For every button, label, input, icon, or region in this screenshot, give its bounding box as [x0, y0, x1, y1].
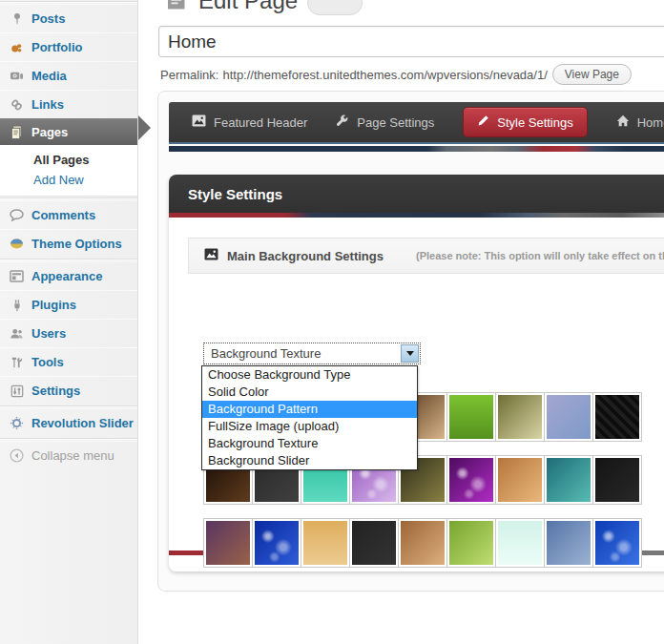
- pattern-thumbnail-image: [547, 458, 591, 502]
- settings-icon: [9, 384, 25, 399]
- pattern-thumbnail-r3-c4[interactable]: [349, 518, 399, 568]
- pattern-thumbnail-r1-c7[interactable]: [495, 392, 545, 442]
- dropdown-option-fullsize-image-upload-[interactable]: FullSize Image (upload): [202, 418, 417, 435]
- pencil-icon: [477, 114, 489, 130]
- submenu-item-add-new[interactable]: Add New: [0, 170, 137, 190]
- panel-header: Style Settings: [169, 175, 664, 213]
- background-type-select[interactable]: Background Texture: [203, 343, 421, 364]
- pattern-thumbnail-image: [449, 521, 493, 565]
- theme-options-icon: [9, 237, 25, 252]
- permalink-label: Permalink:: [160, 68, 218, 82]
- sidebar-item-tools[interactable]: Tools: [0, 347, 137, 376]
- pattern-thumbnail-image: [595, 395, 639, 439]
- pattern-thumbnail-r3-c3[interactable]: [301, 518, 350, 568]
- sidebar-item-comments[interactable]: Comments: [0, 200, 137, 229]
- select-arrow-button[interactable]: [401, 344, 419, 363]
- sidebar-item-label: Posts: [31, 11, 65, 26]
- pattern-thumbnail-r3-c6[interactable]: [446, 518, 496, 568]
- pattern-thumbnail-r1-c6[interactable]: [446, 392, 496, 442]
- sidebar-item-label: Portfolio: [31, 40, 82, 54]
- pattern-thumbnail-image: [449, 458, 493, 502]
- pattern-thumbnail-image: [303, 521, 347, 565]
- sidebar-item-settings[interactable]: Settings: [0, 376, 137, 405]
- pattern-thumbnail-image: [498, 521, 542, 565]
- pushpin-icon: [9, 11, 25, 27]
- pattern-thumbnail-r3-c9[interactable]: [592, 518, 642, 568]
- pattern-thumbnail-image: [352, 521, 396, 565]
- sidebar-item-label: Settings: [31, 384, 80, 398]
- dropdown-option-solid-color[interactable]: Solid Color: [202, 384, 417, 401]
- sidebar-item-theme-options[interactable]: Theme Options: [0, 229, 137, 258]
- tab-home-settings[interactable]: Home Settings: [616, 114, 664, 130]
- pattern-thumbnail-r3-c5[interactable]: [398, 518, 447, 568]
- style-settings-panel: Style Settings Main Background Settings …: [169, 175, 664, 571]
- pattern-thumbnail-r2-c6[interactable]: [446, 455, 496, 505]
- pattern-thumbnail-image: [498, 458, 542, 502]
- dropdown-option-choose-background-type[interactable]: Choose Background Type: [202, 366, 417, 384]
- submenu-item-all-pages[interactable]: All Pages: [0, 150, 137, 170]
- sidebar-item-links[interactable]: Links: [0, 90, 137, 118]
- appearance-icon: [9, 269, 25, 284]
- pattern-thumbnail-image: [547, 395, 591, 439]
- tab-style-settings[interactable]: Style Settings: [463, 107, 588, 137]
- admin-sidebar: PostsPortfolioMediaLinksPagesAll PagesAd…: [0, 0, 138, 644]
- pattern-thumbnail-image: [595, 521, 639, 565]
- pattern-thumbnail-r3-c2[interactable]: [252, 518, 301, 568]
- tab-featured-header[interactable]: Featured Header: [192, 114, 307, 130]
- image-icon: [204, 248, 218, 263]
- pattern-thumbnail-r3-c1[interactable]: [203, 518, 253, 568]
- sidebar-item-pages[interactable]: Pages: [0, 118, 137, 145]
- sidebar-separator: [0, 197, 137, 199]
- tab-label: Featured Header: [214, 115, 307, 130]
- pattern-thumbnail-image: [547, 521, 591, 565]
- tools-icon: [9, 355, 25, 370]
- title-input[interactable]: [158, 26, 664, 57]
- panel-title: Style Settings: [188, 186, 282, 202]
- tab-label: Style Settings: [497, 115, 573, 130]
- users-icon: [9, 326, 25, 342]
- section-note: (Please note: This option will only take…: [416, 250, 664, 261]
- tab-label: Home Settings: [637, 115, 664, 130]
- main-background-settings-bar: Main Background Settings (Please note: T…: [188, 238, 664, 274]
- portfolio-icon: [9, 40, 25, 55]
- sidebar-item-media[interactable]: Media: [0, 61, 137, 90]
- pattern-thumbnail-r1-c8[interactable]: [544, 392, 593, 442]
- view-page-button[interactable]: View Page: [552, 64, 632, 85]
- sidebar-item-posts[interactable]: Posts: [0, 4, 137, 32]
- background-type-dropdown: Choose Background TypeSolid ColorBackgro…: [201, 365, 418, 470]
- sidebar-item-appearance[interactable]: Appearance: [0, 261, 137, 290]
- links-icon: [9, 97, 25, 113]
- select-value: Background Texture: [204, 346, 401, 361]
- tab-label: Page Settings: [357, 115, 434, 130]
- dropdown-option-background-texture[interactable]: Background Texture: [202, 435, 417, 452]
- collapse-menu-button[interactable]: Collapse menu: [0, 441, 137, 469]
- pattern-thumbnail-r2-c8[interactable]: [544, 455, 593, 505]
- dropdown-option-background-slider[interactable]: Background Slider: [202, 452, 417, 469]
- sidebar-item-users[interactable]: Users: [0, 319, 137, 347]
- pattern-thumbnail-r3-c7[interactable]: [495, 518, 545, 568]
- pattern-thumbnail-image: [498, 395, 542, 439]
- permalink-row: Permalink: http://themeforest.unitedthem…: [160, 64, 632, 85]
- pattern-thumbnail-image: [595, 458, 639, 502]
- collapse-menu-label: Collapse menu: [31, 448, 114, 463]
- sidebar-item-portfolio[interactable]: Portfolio: [0, 32, 137, 61]
- page-settings-postbox: Featured HeaderPage SettingsStyle Settin…: [157, 91, 664, 592]
- pattern-thumbnail-r3-c8[interactable]: [544, 518, 593, 568]
- plugins-icon: [9, 298, 25, 313]
- sidebar-item-plugins[interactable]: Plugins: [0, 290, 137, 319]
- pattern-thumbnail-r2-c7[interactable]: [495, 455, 545, 505]
- pattern-thumbnail-r2-c9[interactable]: [592, 455, 642, 505]
- sidebar-item-revolution-slider[interactable]: Revolution Slider: [0, 408, 137, 437]
- pattern-thumbnail-r1-c9[interactable]: [592, 392, 642, 442]
- main-content: Edit Page Permalink: http://themeforest.…: [138, 0, 664, 644]
- dropdown-option-background-pattern[interactable]: Background Pattern: [202, 401, 417, 418]
- panel-body: Main Background Settings (Please note: T…: [169, 218, 664, 551]
- add-new-button[interactable]: [307, 0, 363, 15]
- pattern-thumbnail-image: [255, 521, 299, 565]
- sidebar-item-label: Pages: [31, 125, 68, 139]
- active-menu-arrow: [138, 115, 151, 140]
- tab-page-settings[interactable]: Page Settings: [336, 114, 434, 131]
- sidebar-separator: [0, 1, 137, 3]
- media-icon: [9, 69, 25, 84]
- pages-icon: [9, 125, 25, 140]
